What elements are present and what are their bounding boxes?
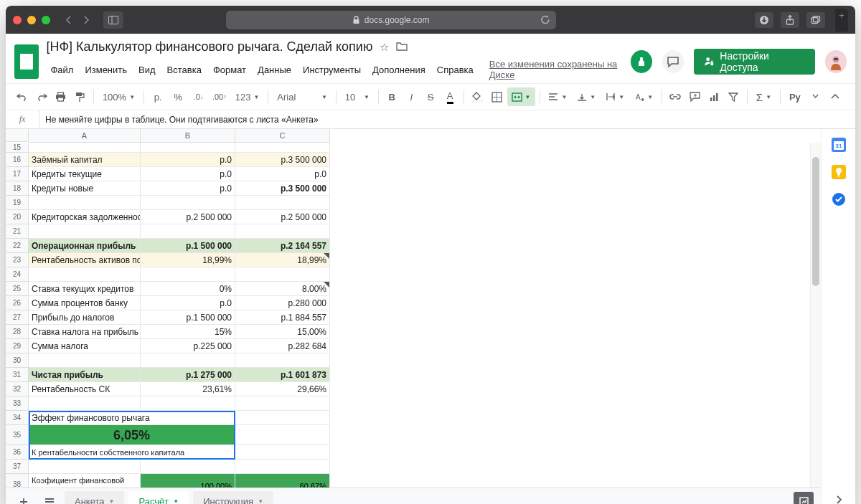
menu-data[interactable]: Данные	[253, 62, 296, 78]
cell[interactable]: 8,00%	[235, 282, 330, 295]
cell[interactable]: 29,66%	[235, 382, 330, 396]
cell[interactable]: р.1 500 000	[141, 310, 235, 324]
calendar-addon-icon[interactable]: 31	[832, 138, 846, 152]
col-header-c[interactable]: C	[235, 129, 330, 142]
row-header[interactable]: 38	[6, 474, 28, 488]
cell[interactable]: р.1 601 873	[235, 368, 330, 381]
cell[interactable]: 6,05%	[29, 425, 235, 444]
zoom-select[interactable]: 100%▼	[98, 87, 139, 106]
downloads-button[interactable]	[755, 12, 773, 28]
increase-decimals-button[interactable]: .00↑	[210, 87, 230, 106]
merge-cells-button[interactable]: ▼	[507, 87, 535, 106]
cell[interactable]: р.0	[141, 167, 235, 181]
menu-insert[interactable]: Вставка	[163, 62, 206, 78]
col-header-a[interactable]: A	[29, 129, 141, 142]
text-color-button[interactable]: A	[441, 87, 459, 106]
cell-grid[interactable]: Заёмный капиталр.0р.3 500 000 Кредиты те…	[29, 143, 330, 488]
cell[interactable]: р.1 275 000	[141, 368, 235, 381]
comments-button[interactable]	[662, 50, 684, 73]
close-window-icon[interactable]	[13, 16, 22, 24]
functions-button[interactable]: Σ▼	[752, 87, 776, 106]
sheet-tab-raschet[interactable]: Расчёт▼	[128, 491, 189, 505]
all-sheets-button[interactable]	[39, 492, 60, 505]
cell[interactable]: К рентабельности собственного капитала	[29, 445, 235, 459]
select-all-corner[interactable]	[6, 129, 29, 142]
presence-avatar[interactable]	[631, 50, 652, 73]
cell[interactable]: р.280 000	[235, 296, 330, 310]
cell[interactable]: р.2 500 000	[141, 210, 235, 224]
number-format-select[interactable]: 123▼	[231, 87, 264, 106]
sheet-tab-instr[interactable]: Инструкция▼	[193, 491, 273, 505]
row-header[interactable]: 20	[6, 210, 28, 224]
row-header[interactable]: 19	[6, 196, 28, 210]
cell[interactable]: Ставка текущих кредитов	[29, 282, 141, 295]
explore-button[interactable]	[794, 492, 814, 505]
menu-addons[interactable]: Дополнения	[368, 62, 430, 78]
cell[interactable]: Коэфициент финансовой независимости	[29, 474, 141, 488]
document-title[interactable]: [НФ] Калькулятор финансового рычага. Сде…	[46, 39, 372, 54]
sheets-logo-icon[interactable]	[14, 44, 39, 79]
cell[interactable]: Эффект финансового рычага	[29, 411, 235, 424]
cell[interactable]: р.0	[141, 153, 235, 166]
input-language-button[interactable]: Рy	[785, 92, 805, 103]
save-status[interactable]: Все изменения сохранены на Диске	[485, 56, 624, 83]
menu-file[interactable]: Файл	[46, 62, 77, 78]
row-header[interactable]: 22	[6, 239, 28, 253]
row-header[interactable]: 36	[6, 445, 28, 460]
redo-button[interactable]	[32, 87, 50, 106]
insert-chart-button[interactable]	[705, 87, 723, 106]
menu-format[interactable]: Формат	[209, 62, 250, 78]
vertical-scrollbar[interactable]	[810, 143, 821, 488]
cell[interactable]: Рентабельность активов по ОП	[29, 253, 141, 267]
row-header[interactable]: 25	[6, 282, 28, 296]
cell[interactable]: Заёмный капитал	[29, 153, 141, 166]
move-folder-icon[interactable]	[396, 41, 408, 54]
url-bar[interactable]: docs.google.com	[226, 11, 556, 29]
cell[interactable]: р.0	[141, 296, 235, 310]
cell[interactable]: р.0	[141, 181, 235, 195]
sidebar-button[interactable]	[103, 11, 123, 29]
cell[interactable]: Кредиты новые	[29, 181, 141, 195]
insert-comment-button[interactable]	[686, 87, 704, 106]
row-header[interactable]: 30	[6, 353, 28, 368]
keep-addon-icon[interactable]	[832, 165, 846, 179]
cell[interactable]: 0%	[141, 282, 235, 295]
menu-tools[interactable]: Инструменты	[298, 62, 365, 78]
cell[interactable]: 18,99%	[141, 253, 235, 267]
cell[interactable]: р.282 684	[235, 339, 330, 353]
text-wrap-button[interactable]: ▼	[601, 87, 629, 106]
menu-view[interactable]: Вид	[134, 62, 160, 78]
cell[interactable]: Кредиторская задолженность	[29, 210, 141, 224]
row-header[interactable]: 18	[6, 181, 28, 196]
vertical-align-button[interactable]: ▼	[573, 87, 600, 106]
undo-button[interactable]	[13, 87, 31, 106]
cell[interactable]: р.3 500 000	[235, 153, 330, 166]
cell[interactable]: Операционная прибыль	[29, 239, 141, 252]
row-header[interactable]: 34	[6, 411, 28, 425]
row-header[interactable]: 26	[6, 296, 28, 310]
filter-button[interactable]	[725, 87, 743, 106]
cell[interactable]: р.225 000	[141, 339, 235, 353]
sheet-tab-anketa[interactable]: Анкета▼	[65, 491, 124, 505]
cell[interactable]: р.0	[235, 167, 330, 181]
add-sheet-button[interactable]	[13, 492, 34, 505]
new-tab-button[interactable]: +	[835, 9, 848, 32]
menu-help[interactable]: Справка	[433, 62, 478, 78]
horizontal-align-button[interactable]: ▼	[544, 87, 571, 106]
scrollbar-thumb[interactable]	[812, 157, 819, 286]
percent-button[interactable]: %	[169, 87, 187, 106]
currency-button[interactable]: р.	[149, 87, 167, 106]
cell[interactable]: 100,00%	[141, 474, 235, 488]
row-header[interactable]: 16	[6, 153, 28, 167]
tasks-addon-icon[interactable]	[832, 192, 846, 206]
maximize-window-icon[interactable]	[42, 16, 50, 24]
row-header[interactable]: 17	[6, 167, 28, 181]
cell[interactable]: Прибыль до налогов	[29, 310, 141, 324]
bold-button[interactable]: B	[383, 87, 401, 106]
row-header[interactable]: 23	[6, 253, 28, 267]
print-button[interactable]	[52, 87, 70, 106]
cell[interactable]: 23,61%	[141, 382, 235, 396]
cell[interactable]: р.1 500 000	[141, 239, 235, 252]
cell[interactable]: 18,99%	[235, 253, 330, 267]
minimize-window-icon[interactable]	[27, 16, 36, 24]
